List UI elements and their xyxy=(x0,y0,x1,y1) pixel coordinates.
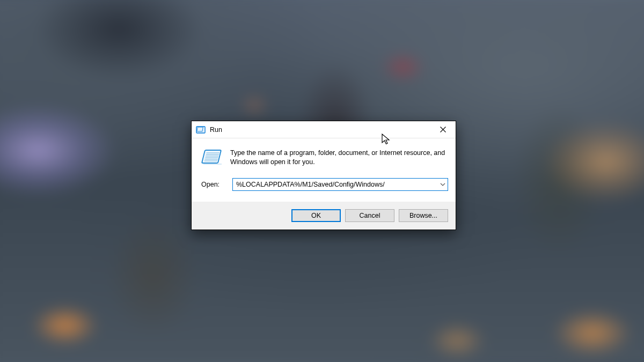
ok-button[interactable]: OK xyxy=(291,209,341,222)
open-combobox[interactable] xyxy=(232,178,448,191)
dialog-body: Type the name of a program, folder, docu… xyxy=(192,138,456,202)
browse-button[interactable]: Browse... xyxy=(399,209,448,222)
close-button[interactable] xyxy=(432,122,453,137)
open-input-row: Open: xyxy=(199,178,448,191)
dialog-description: Type the name of a program, folder, docu… xyxy=(230,148,448,167)
description-row: Type the name of a program, folder, docu… xyxy=(199,148,448,167)
cancel-button[interactable]: Cancel xyxy=(345,209,394,222)
run-dialog: Run Type the name of a program, folder, … xyxy=(191,121,456,230)
run-titlebar-icon xyxy=(196,125,206,135)
open-label: Open: xyxy=(201,181,225,188)
open-input[interactable] xyxy=(232,178,448,191)
dialog-title: Run xyxy=(210,126,432,134)
dialog-titlebar[interactable]: Run xyxy=(192,121,456,138)
dialog-footer: OK Cancel Browse... xyxy=(192,202,456,230)
run-program-icon xyxy=(201,148,223,167)
close-icon xyxy=(440,127,446,132)
